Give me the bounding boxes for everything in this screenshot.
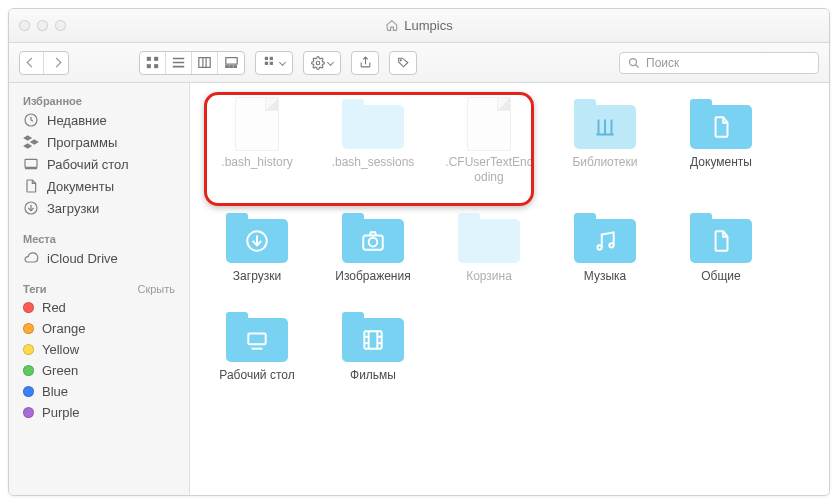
svg-rect-13 [233, 66, 235, 68]
sidebar-item-label: Недавние [47, 113, 107, 128]
documents-icon [23, 178, 39, 194]
sidebar-item-label: Blue [42, 384, 68, 399]
sidebar-item-label: Green [42, 363, 78, 378]
action-menu[interactable] [303, 51, 341, 75]
folder-icon [574, 97, 636, 149]
titlebar: Lumpics [9, 9, 829, 43]
svg-rect-7 [199, 58, 210, 68]
sidebar-tag-blue[interactable]: Blue [9, 381, 189, 402]
svg-rect-2 [147, 64, 151, 68]
sidebar-item-apps[interactable]: Программы [9, 131, 189, 153]
nav-back-forward [19, 51, 69, 75]
sidebar-item-clock[interactable]: Недавние [9, 109, 189, 131]
sidebar-item-label: Программы [47, 135, 117, 150]
tag-dot-icon [23, 386, 34, 397]
folder-icon [342, 97, 404, 149]
file-item-label: Изображения [335, 269, 410, 284]
svg-rect-39 [364, 331, 381, 348]
svg-rect-3 [154, 64, 158, 68]
minimize-button[interactable] [37, 20, 48, 31]
back-button[interactable] [20, 52, 44, 74]
sidebar-item-label: Рабочий стол [47, 157, 129, 172]
window-controls [19, 20, 66, 31]
sidebar-item-label: Orange [42, 321, 85, 336]
sidebar-item-label: Purple [42, 405, 80, 420]
folder-icon [574, 211, 636, 263]
tag-dot-icon [23, 365, 34, 376]
cloud-icon [23, 250, 39, 266]
file-item[interactable]: Фильмы [326, 310, 420, 383]
content-area: .bash_history.bash_sessions.CFUserTextEn… [190, 83, 829, 495]
file-item[interactable]: Рабочий стол [210, 310, 304, 383]
folder-icon [342, 310, 404, 362]
svg-rect-14 [264, 57, 267, 60]
folder-icon [226, 211, 288, 263]
file-item[interactable]: Изображения [326, 211, 420, 284]
file-icon [458, 97, 520, 149]
svg-rect-17 [269, 62, 272, 65]
apps-icon [23, 134, 39, 150]
home-icon [385, 19, 398, 32]
file-item[interactable]: .CFUserTextEncoding [442, 97, 536, 185]
forward-button[interactable] [44, 52, 68, 74]
sidebar-item-downloads[interactable]: Загрузки [9, 197, 189, 219]
svg-line-22 [636, 64, 639, 67]
file-item[interactable]: .bash_sessions [326, 97, 420, 185]
icon-view-button[interactable] [140, 52, 166, 74]
file-item[interactable]: Библиотеки [558, 97, 652, 185]
file-item-label: Документы [690, 155, 752, 170]
sidebar-tag-yellow[interactable]: Yellow [9, 339, 189, 360]
share-button[interactable] [351, 51, 379, 75]
finder-window: Lumpics Поиск [8, 8, 830, 496]
sidebar-tag-green[interactable]: Green [9, 360, 189, 381]
tags-button[interactable] [389, 51, 417, 75]
file-item-label: Библиотеки [572, 155, 637, 170]
svg-point-20 [400, 60, 401, 61]
tag-dot-icon [23, 323, 34, 334]
folder-icon [690, 97, 752, 149]
desktop-icon [23, 156, 39, 172]
svg-rect-0 [147, 57, 151, 61]
sidebar-item-documents[interactable]: Документы [9, 175, 189, 197]
folder-icon [226, 310, 288, 362]
file-item-label: .bash_history [221, 155, 292, 170]
clock-icon [23, 112, 39, 128]
svg-rect-10 [225, 58, 236, 65]
file-item[interactable]: Корзина [442, 211, 536, 284]
sidebar-item-desktop[interactable]: Рабочий стол [9, 153, 189, 175]
tags-hide-button[interactable]: Скрыть [137, 283, 175, 295]
svg-point-34 [369, 238, 378, 247]
sidebar-tag-purple[interactable]: Purple [9, 402, 189, 423]
folder-icon [342, 211, 404, 263]
svg-point-18 [316, 61, 320, 65]
close-button[interactable] [19, 20, 30, 31]
file-item[interactable]: Общие [674, 211, 768, 284]
svg-rect-24 [25, 159, 37, 167]
sidebar-item-label: Yellow [42, 342, 79, 357]
gallery-view-button[interactable] [218, 52, 244, 74]
zoom-button[interactable] [55, 20, 66, 31]
sidebar: Избранное НедавниеПрограммыРабочий столД… [9, 83, 190, 495]
sidebar-tag-red[interactable]: Red [9, 297, 189, 318]
list-view-button[interactable] [166, 52, 192, 74]
view-mode-group [139, 51, 245, 75]
sidebar-item-icloud[interactable]: iCloud Drive [9, 247, 189, 269]
search-input[interactable]: Поиск [619, 52, 819, 74]
file-item-label: Корзина [466, 269, 512, 284]
downloads-icon [23, 200, 39, 216]
arrange-menu[interactable] [255, 51, 293, 75]
sidebar-tag-orange[interactable]: Orange [9, 318, 189, 339]
toolbar: Поиск [9, 43, 829, 83]
sidebar-item-label: Red [42, 300, 66, 315]
file-item-label: .bash_sessions [332, 155, 415, 170]
file-item[interactable]: Документы [674, 97, 768, 185]
svg-rect-37 [248, 334, 265, 345]
svg-rect-15 [269, 57, 272, 60]
file-item[interactable]: Загрузки [210, 211, 304, 284]
file-item[interactable]: .bash_history [210, 97, 304, 185]
column-view-button[interactable] [192, 52, 218, 74]
file-icon [226, 97, 288, 149]
sidebar-tags-header: Теги Скрыть [9, 279, 189, 297]
file-item[interactable]: Музыка [558, 211, 652, 284]
folder-icon [458, 211, 520, 263]
